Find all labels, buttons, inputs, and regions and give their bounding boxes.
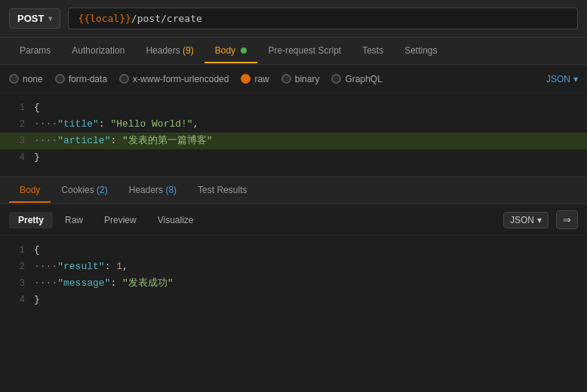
radio-graphql: [331, 74, 341, 84]
body-type-urlencoded[interactable]: x-www-form-urlencoded: [119, 74, 229, 84]
resp-tab-headers[interactable]: Headers (8): [118, 179, 187, 203]
url-bar[interactable]: {{local}}/post/create: [68, 8, 578, 29]
url-template-part: {{local}}: [78, 13, 131, 24]
response-nav-tabs: Body Cookies (2) Headers (8) Test Result…: [0, 177, 587, 204]
body-type-form-data[interactable]: form-data: [55, 74, 107, 84]
response-sub-tabs: Pretty Raw Preview Visualize JSON ▾ ⇒: [0, 204, 587, 236]
radio-binary: [281, 74, 291, 84]
req-line-1: 1 {: [0, 100, 587, 116]
radio-form-data: [55, 74, 65, 84]
tab-tests[interactable]: Tests: [352, 39, 394, 63]
url-path-part: /post/create: [131, 13, 202, 24]
json-type-select[interactable]: JSON ▾: [546, 74, 578, 84]
response-json-select[interactable]: JSON ▾: [503, 212, 549, 228]
tab-authorization[interactable]: Authorization: [61, 39, 135, 63]
req-line-4: 4 }: [0, 149, 587, 166]
resp-sub-tab-visualize[interactable]: Visualize: [149, 212, 203, 228]
body-type-none[interactable]: none: [9, 74, 43, 84]
resp-tab-test-results[interactable]: Test Results: [187, 179, 257, 203]
method-select[interactable]: POST ▾: [9, 8, 60, 29]
resp-line-2: 2 ····"result": 1,: [0, 259, 587, 275]
request-nav-tabs: Params Authorization Headers (9) Body Pr…: [0, 38, 587, 65]
response-code-editor: 1 { 2 ····"result": 1, 3 ····"message": …: [0, 236, 587, 314]
radio-none: [9, 74, 19, 84]
tab-body[interactable]: Body: [204, 39, 258, 63]
wrap-icon: ⇒: [563, 214, 571, 225]
method-chevron-icon: ▾: [48, 14, 52, 23]
req-line-2: 2 ····"title": "Hello World!",: [0, 116, 587, 133]
body-type-bar: none form-data x-www-form-urlencoded raw…: [0, 65, 587, 93]
resp-json-chevron-icon: ▾: [537, 215, 542, 225]
resp-tab-body[interactable]: Body: [9, 179, 51, 203]
radio-urlencoded: [119, 74, 129, 84]
tab-headers[interactable]: Headers (9): [135, 39, 204, 63]
resp-line-1: 1 {: [0, 242, 587, 259]
body-active-dot: [241, 47, 247, 54]
method-label: POST: [17, 13, 44, 24]
req-line-3: 3 ····"article": "发表的第一篇博客": [0, 133, 587, 149]
request-code-editor[interactable]: 1 { 2 ····"title": "Hello World!", 3 ···…: [0, 93, 587, 176]
tab-params[interactable]: Params: [9, 39, 61, 63]
body-type-raw[interactable]: raw: [241, 74, 269, 84]
resp-tab-cookies[interactable]: Cookies (2): [51, 179, 118, 203]
tab-settings[interactable]: Settings: [394, 39, 447, 63]
resp-sub-tab-preview[interactable]: Preview: [95, 212, 146, 228]
top-bar: POST ▾ {{local}}/post/create: [0, 0, 587, 38]
body-type-graphql[interactable]: GraphQL: [331, 74, 382, 84]
wrap-button[interactable]: ⇒: [556, 210, 578, 229]
resp-sub-tab-pretty[interactable]: Pretty: [9, 212, 53, 228]
body-type-binary[interactable]: binary: [281, 74, 320, 84]
json-chevron-icon: ▾: [573, 74, 578, 84]
radio-raw: [241, 74, 250, 84]
resp-line-3: 3 ····"message": "发表成功": [0, 275, 587, 292]
resp-sub-tab-raw[interactable]: Raw: [56, 212, 92, 228]
tab-pre-request[interactable]: Pre-request Script: [257, 39, 352, 63]
resp-line-4: 4 }: [0, 292, 587, 308]
